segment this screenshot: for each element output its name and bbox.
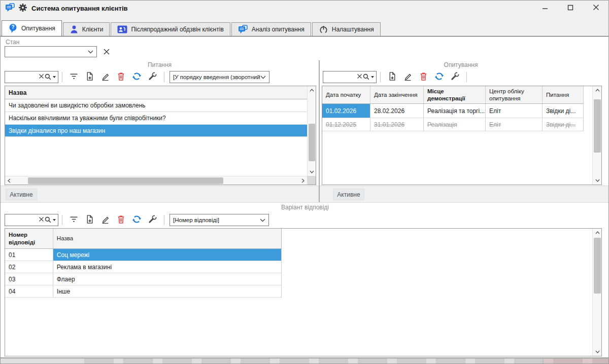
table-row[interactable]: 01.12.2025 31.01.2026 Реалізація Еліт Зв…	[322, 118, 584, 131]
answers-vertical-scrollbar[interactable]	[592, 229, 601, 356]
questions-table-header[interactable]: Назва	[5, 86, 307, 99]
search-icon[interactable]	[44, 73, 56, 81]
header-start-date: Дата початку	[322, 86, 370, 103]
header-place: Місце демонстрації	[424, 86, 486, 103]
answers-search-input[interactable]	[5, 214, 58, 226]
surveys-table: Дата початку Дата закінчення Місце демон…	[322, 86, 602, 185]
questions-edit-button[interactable]	[97, 70, 113, 84]
tab-settings[interactable]: Налаштування	[312, 22, 381, 36]
table-row[interactable]: Чи задоволені ви швидкістю обробки замов…	[5, 99, 307, 112]
toolbar-separator	[62, 72, 62, 82]
taskbar-segments	[84, 358, 608, 363]
surveys-edit-button[interactable]	[400, 70, 416, 84]
filter-icon	[69, 214, 79, 226]
chevron-down-icon	[260, 216, 265, 224]
table-row[interactable]: 02 Реклама в магазині	[5, 261, 282, 273]
tab-clients[interactable]: Клієнти	[63, 22, 110, 36]
answers-add-button[interactable]	[82, 213, 97, 227]
header-question: Питання	[543, 86, 584, 103]
table-row[interactable]: 04 Інше	[5, 285, 282, 298]
clear-icon	[103, 48, 110, 57]
answers-sort-combobox[interactable]: [Номер відповіді]	[170, 214, 269, 226]
answers-toolbar: [Номер відповіді]	[5, 213, 269, 227]
surveys-active-filter-button[interactable]: Активне	[333, 189, 364, 200]
filter-icon	[69, 71, 79, 83]
answers-edit-button[interactable]	[97, 213, 113, 227]
scroll-right-arrow[interactable]	[299, 176, 307, 185]
scroll-down-arrow[interactable]	[593, 348, 602, 356]
surveys-toolbar	[323, 70, 470, 84]
cell-center: Еліт	[486, 104, 543, 118]
scroll-thumb[interactable]	[594, 99, 601, 153]
tab-survey-analysis[interactable]: Аналіз опитування	[231, 22, 311, 36]
edit-record-icon	[100, 214, 110, 226]
surveys-delete-button[interactable]	[416, 70, 431, 84]
answers-table-header[interactable]: Номер відповіді Назва	[5, 229, 282, 249]
scroll-up-arrow[interactable]	[593, 229, 602, 237]
state-filter-clear-button[interactable]	[100, 46, 113, 58]
questions-filter-button[interactable]	[66, 70, 82, 84]
header-name: Назва	[5, 86, 307, 99]
questions-active-filter-button[interactable]: Активне	[6, 189, 37, 200]
surveys-refresh-button[interactable]	[431, 70, 447, 84]
section-divider	[1, 202, 609, 203]
table-row[interactable]: 01.02.2026 28.02.2026 Реалізація та торг…	[322, 104, 584, 118]
panel-divider[interactable]	[319, 60, 320, 202]
table-row[interactable]: 01 Соц мережі	[5, 249, 282, 261]
questions-tools-button[interactable]	[145, 70, 160, 84]
tab-surveys[interactable]: ? Опитування	[2, 20, 62, 36]
answers-filter-button[interactable]	[66, 213, 82, 227]
state-filter-label: Стан	[6, 39, 19, 46]
tab-label: Клієнти	[82, 26, 104, 33]
tab-postsale-calls[interactable]: Післяпродажний обдзвін клієнтів	[111, 22, 230, 36]
answers-tools-button[interactable]	[145, 213, 160, 227]
scroll-left-arrow[interactable]	[5, 176, 13, 185]
scroll-thumb[interactable]	[28, 177, 223, 184]
person-phone-icon	[117, 25, 127, 34]
minimize-button[interactable]	[532, 1, 558, 16]
answers-refresh-button[interactable]	[129, 213, 145, 227]
tab-label: Післяпродажний обдзвін клієнтів	[131, 26, 223, 33]
tab-label: Налаштування	[332, 26, 374, 33]
close-icon	[593, 4, 599, 12]
questions-search-input[interactable]	[5, 71, 58, 83]
questions-vertical-scrollbar[interactable]	[307, 86, 316, 176]
answers-delete-button[interactable]	[113, 213, 129, 227]
cell-end-date: 28.02.2026	[370, 104, 424, 118]
search-icon[interactable]	[44, 216, 56, 224]
table-row[interactable]: Наскільки ввічливими та уважними були сп…	[5, 112, 307, 125]
header-end-date: Дата закінчення	[370, 86, 424, 103]
scroll-down-arrow[interactable]	[308, 168, 316, 176]
delete-record-icon	[419, 71, 428, 83]
app-window: Система опитування клієнтів ? Опитування	[0, 0, 609, 364]
state-filter-combobox[interactable]	[5, 46, 97, 57]
chevron-down-icon	[88, 48, 93, 55]
surveys-vertical-scrollbar[interactable]	[592, 86, 601, 185]
questions-horizontal-scrollbar[interactable]	[5, 176, 307, 185]
close-button[interactable]	[583, 1, 608, 16]
maximize-button[interactable]	[558, 1, 583, 16]
questions-sort-combobox[interactable]: [У порядку введення (зворотний)]	[170, 71, 269, 83]
questions-table: Назва Чи задоволені ви швидкістю обробки…	[5, 86, 316, 185]
scroll-thumb[interactable]	[309, 124, 315, 161]
table-row-selected[interactable]: Звідки дізналися про наш магазин	[5, 125, 307, 137]
surveys-add-button[interactable]	[384, 70, 400, 84]
clear-icon[interactable]	[39, 74, 44, 81]
scroll-down-arrow[interactable]	[593, 176, 602, 185]
search-icon[interactable]	[362, 73, 374, 81]
questions-refresh-button[interactable]	[129, 70, 145, 84]
answers-sort-value: [Номер відповіді]	[173, 217, 260, 223]
clear-icon[interactable]	[357, 74, 362, 81]
scroll-up-arrow[interactable]	[308, 86, 316, 94]
questions-toolbar: [У порядку введення (зворотний)]	[5, 70, 269, 84]
surveys-search-input[interactable]	[323, 71, 377, 83]
clear-icon[interactable]	[39, 216, 44, 224]
surveys-table-header[interactable]: Дата початку Дата закінчення Місце демон…	[322, 86, 584, 104]
surveys-tools-button[interactable]	[447, 70, 463, 84]
scroll-thumb[interactable]	[594, 238, 601, 294]
table-row[interactable]: 03 Флаер	[5, 273, 282, 285]
scroll-up-arrow[interactable]	[593, 86, 602, 94]
tab-label: Аналіз опитування	[252, 26, 304, 33]
questions-add-button[interactable]	[82, 70, 97, 84]
questions-delete-button[interactable]	[113, 70, 129, 84]
